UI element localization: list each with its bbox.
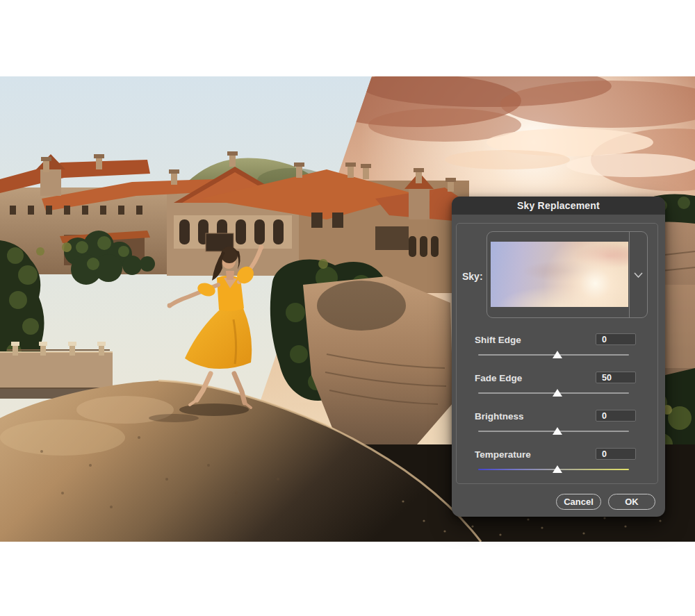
page: Sky Replacement Sky: Shift Edge 0 Fade — [0, 0, 695, 616]
dialog-title-bar[interactable]: Sky Replacement — [452, 197, 665, 215]
chevron-down-icon — [634, 272, 643, 278]
sky-preset-dropdown[interactable] — [486, 231, 648, 318]
brightness-slider[interactable] — [478, 431, 629, 432]
brightness-label: Brightness — [475, 411, 524, 422]
brightness-slider-thumb[interactable] — [553, 427, 562, 435]
temperature-slider[interactable] — [478, 469, 629, 470]
fade-edge-value-input[interactable]: 50 — [596, 372, 636, 383]
fade-edge-label: Fade Edge — [475, 373, 522, 383]
sky-replacement-dialog: Sky Replacement Sky: Shift Edge 0 Fade — [452, 197, 665, 517]
slider-row-temperature: Temperature 0 — [452, 449, 665, 481]
temperature-slider-thumb[interactable] — [553, 465, 562, 473]
ok-button[interactable]: OK — [608, 494, 655, 510]
temperature-value-input[interactable]: 0 — [596, 448, 636, 460]
dropdown-strip[interactable] — [629, 232, 647, 317]
dialog-title: Sky Replacement — [517, 200, 600, 211]
slider-row-brightness: Brightness 0 — [452, 411, 665, 443]
temperature-label: Temperature — [475, 449, 531, 460]
fade-edge-slider-thumb[interactable] — [553, 389, 562, 397]
sky-label: Sky: — [462, 271, 483, 282]
shift-edge-slider-thumb[interactable] — [553, 351, 562, 358]
shift-edge-value-input[interactable]: 0 — [596, 333, 636, 345]
brightness-value-input[interactable]: 0 — [596, 410, 636, 422]
slider-row-shift-edge: Shift Edge 0 — [452, 335, 665, 367]
sky-preset-thumbnail — [491, 242, 628, 307]
shift-edge-slider[interactable] — [478, 354, 629, 356]
cancel-button[interactable]: Cancel — [556, 494, 601, 510]
shift-edge-label: Shift Edge — [475, 335, 521, 345]
fade-edge-slider[interactable] — [478, 392, 629, 394]
slider-row-fade-edge: Fade Edge 50 — [452, 373, 665, 405]
